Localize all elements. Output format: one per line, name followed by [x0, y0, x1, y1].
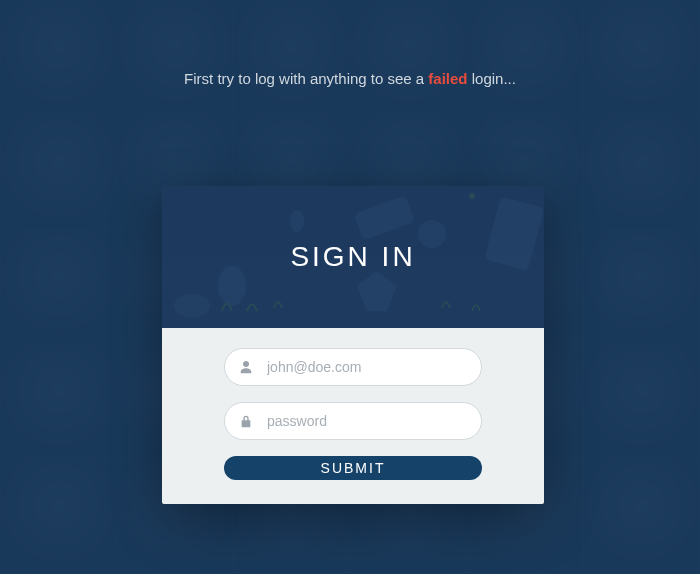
lock-icon	[239, 414, 253, 428]
hint-prefix: First try to log with anything to see a	[184, 70, 428, 87]
hint-suffix: login...	[468, 70, 516, 87]
email-field-wrap	[224, 348, 482, 386]
submit-button[interactable]: SUBMIT	[224, 456, 482, 480]
card-body: SUBMIT	[162, 328, 544, 504]
svg-point-1	[174, 294, 210, 318]
svg-point-5	[418, 220, 446, 248]
svg-point-2	[218, 266, 246, 306]
card-title: SIGN IN	[290, 241, 415, 273]
hint-text: First try to log with anything to see a …	[0, 70, 700, 87]
password-field-wrap	[224, 402, 482, 440]
email-field[interactable]	[224, 348, 482, 386]
svg-point-7	[469, 193, 475, 199]
signin-card: SIGN IN SUBMIT	[162, 186, 544, 504]
card-header: SIGN IN	[162, 186, 544, 328]
hint-highlight: failed	[428, 70, 467, 87]
user-icon	[239, 360, 253, 374]
svg-point-3	[290, 210, 304, 232]
password-field[interactable]	[224, 402, 482, 440]
